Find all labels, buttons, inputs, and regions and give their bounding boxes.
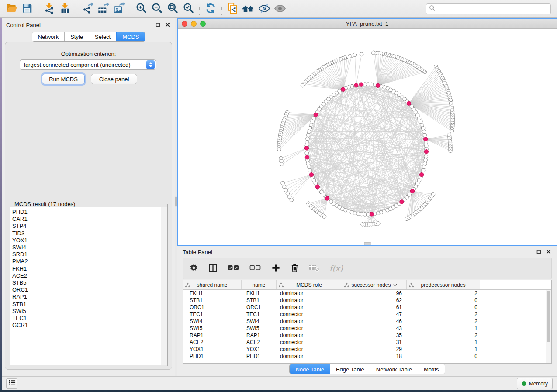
close-panel-button[interactable] [165,22,170,28]
optimization-criterion-value: largest connected component (undirected) [20,62,146,68]
mcds-result-item[interactable]: PHD1 [10,209,160,216]
table-cell: ORC1 [183,304,242,311]
table-cell: 96 [342,290,407,297]
column-header-predecessor-nodes[interactable]: predecessor nodes [407,280,480,289]
export-image-button[interactable] [111,1,127,16]
tab-motifs[interactable]: Motifs [418,364,445,374]
save-session-button[interactable] [19,1,35,16]
table-cell: 0 [407,304,480,311]
import-network-button[interactable] [42,1,57,16]
mcds-result-item[interactable]: STP4 [10,223,160,230]
table-row[interactable]: ORC1ORC1dominator610 [183,304,551,311]
memory-button[interactable]: Memory [517,378,553,389]
new-network-from-selection-icon [227,3,239,15]
header-filler [480,280,551,289]
export-image-icon [113,2,125,15]
search-input[interactable] [436,4,550,14]
mcds-result-item[interactable]: SRD1 [10,251,160,258]
run-mcds-button[interactable]: Run MCDS [42,74,85,84]
refresh-layout-button[interactable] [203,1,218,16]
hide-selected-button[interactable] [256,1,272,16]
mcds-result-item[interactable]: ORC1 [10,286,160,293]
table-cell: YOX1 [183,346,242,353]
show-columns-button[interactable] [208,263,218,274]
mcds-result-list[interactable]: PHD1CAR1STP4TID3YOX1SWI4SRD1PMA2FKH1ACE2… [10,207,167,365]
export-table-button[interactable] [95,1,111,16]
zoom-out-button[interactable] [149,1,165,16]
add-row-button[interactable] [271,263,280,274]
mcds-result-item[interactable]: YOX1 [10,237,160,244]
tab-node-table[interactable]: Node Table [290,364,330,374]
horizontal-splitter-grip[interactable] [364,242,370,245]
table-row[interactable]: YOX1YOX1connector291 [183,346,551,353]
mcds-result-item[interactable]: ACE2 [10,272,160,279]
mcds-result-item[interactable]: TEC1 [10,315,160,322]
table-cell: 29 [342,346,407,353]
export-network-button[interactable] [80,1,95,16]
delete-row-button[interactable] [291,263,299,274]
tab-style[interactable]: Style [64,32,89,41]
column-header-successor-nodes[interactable]: successor nodes [342,280,407,289]
select-all-button[interactable] [228,264,239,272]
toolbar-separator [76,3,76,15]
zoom-in-button[interactable] [133,1,149,16]
mcds-result-item[interactable]: RAP1 [10,293,160,300]
table-row[interactable]: RAP1RAP1dominator352 [183,332,551,339]
deselect-all-button[interactable] [249,264,261,272]
table-cell: YOX1 [242,346,277,353]
table-row[interactable]: SWI5SWI5connector431 [183,325,551,332]
network-canvas[interactable] [178,29,557,245]
table-settings-button[interactable] [189,263,198,274]
table-cell: 43 [342,325,407,332]
table-row[interactable]: PHD1PHD1dominator180 [183,353,551,360]
column-header-MCDS-role[interactable]: MCDS role [277,280,342,289]
table-cell: dominator [277,353,342,360]
table-row[interactable]: STB1STB1dominator620 [183,297,551,304]
table-row[interactable]: TEC1TEC1connector472 [183,311,551,318]
column-header-shared-name[interactable]: shared name [183,280,242,289]
close-panel-button[interactable] [546,249,551,254]
show-all-button[interactable] [272,1,288,16]
tab-select[interactable]: Select [89,32,116,41]
new-network-from-selection-button[interactable] [225,1,241,16]
tab-network-table[interactable]: Network Table [370,364,418,374]
open-session-button[interactable] [3,1,19,16]
close-panel-button-mcds[interactable]: Close panel [91,74,137,84]
splitter-grip[interactable] [175,196,177,207]
scrollbar-thumb[interactable] [547,291,550,342]
function-builder-button[interactable]: f(x) [329,264,343,273]
import-table-button[interactable] [57,1,73,16]
network-view-titlebar: YPA_prune.txt_1 [178,19,557,29]
mcds-result-item[interactable]: CAR1 [10,216,160,223]
table-row[interactable]: SWI4SWI4dominator462 [183,318,551,325]
table-cell: dominator [277,304,342,311]
mcds-result-item[interactable]: TID3 [10,230,160,237]
mcds-result-item[interactable]: GCR1 [10,322,160,329]
tab-edge-table[interactable]: Edge Table [330,364,370,374]
mcds-result-item[interactable]: SWI5 [10,308,160,315]
zoom-fit-button[interactable] [165,1,180,16]
mcds-result-item[interactable]: STB1 [10,301,160,308]
delete-table-button[interactable] [309,264,319,273]
mcds-result-title: MCDS result (17 nodes) [13,201,77,207]
table-row[interactable]: FKH1FKH1dominator962 [183,290,551,297]
table-cell: connector [277,346,342,353]
mcds-list-scrollbar[interactable] [161,207,167,365]
column-header-name[interactable]: name [242,280,277,289]
task-history-button[interactable] [6,378,17,389]
zoom-selected-button[interactable] [180,1,196,16]
table-scrollbar[interactable] [546,290,551,363]
float-panel-button[interactable] [536,249,542,254]
mcds-result-item[interactable]: STB5 [10,279,160,286]
table-row[interactable]: ACE2ACE2connector311 [183,339,551,346]
first-neighbors-button[interactable] [241,1,256,16]
mcds-result-item[interactable]: FKH1 [10,265,160,272]
table-cell: 35 [342,332,407,339]
float-panel-button[interactable] [155,22,161,28]
tab-mcds[interactable]: MCDS [116,32,145,41]
table-cell: STB1 [242,297,277,304]
optimization-criterion-select[interactable]: largest connected component (undirected) [20,59,156,70]
mcds-result-item[interactable]: SWI4 [10,244,160,251]
mcds-result-item[interactable]: PMA2 [10,258,160,265]
tab-network[interactable]: Network [32,32,64,41]
